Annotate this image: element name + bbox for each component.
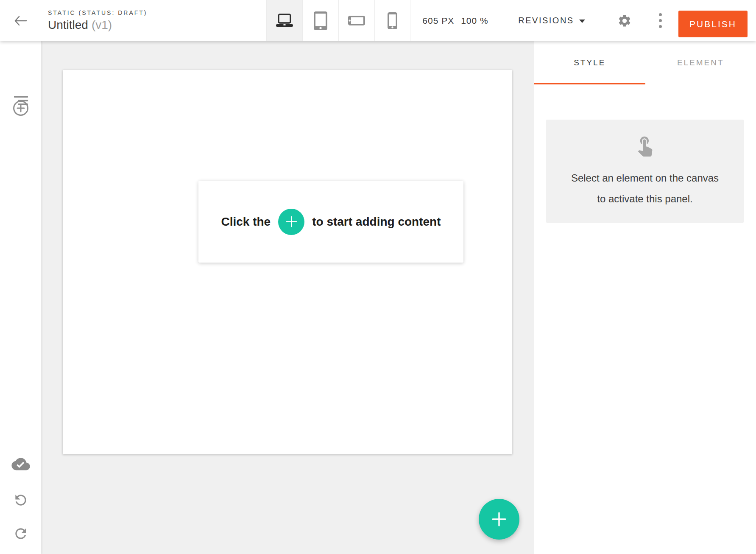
tab-style[interactable]: STYLE [534, 41, 645, 84]
zoom-level-readout: 100 % [461, 16, 488, 26]
document-status-label: STATIC (STATUS: DRAFT) [48, 9, 148, 16]
undo-icon [13, 492, 29, 508]
canvas-readouts: 605 PX 100 % [411, 0, 499, 41]
touch-hand-icon [633, 134, 656, 157]
empty-state-line1: Select an element on the canvas [571, 168, 719, 188]
tablet-icon [314, 11, 327, 30]
autosave-indicator [0, 456, 42, 472]
undo-button[interactable] [0, 492, 42, 508]
outline-list-icon [14, 96, 28, 105]
workspace: Click the to start adding content [42, 41, 534, 554]
document-title[interactable]: Untitled(v1) [48, 18, 148, 32]
gear-icon [617, 14, 632, 28]
plus-icon [491, 511, 507, 527]
device-button-phone-portrait[interactable] [374, 0, 410, 41]
device-preview-group [266, 0, 410, 41]
overflow-menu-button[interactable] [647, 0, 674, 41]
hint-text-suffix: to start adding content [312, 215, 441, 229]
device-button-desktop[interactable] [266, 0, 302, 41]
empty-state-text: Select an element on the canvas to activ… [571, 168, 719, 209]
caret-down-icon [579, 20, 585, 23]
laptop-icon [274, 14, 295, 28]
kebab-menu-icon [659, 13, 662, 28]
panel-empty-state: Select an element on the canvas to activ… [546, 120, 744, 223]
hint-add-button[interactable] [278, 209, 304, 235]
phone-portrait-icon [388, 12, 397, 29]
redo-button[interactable] [0, 526, 42, 542]
page-outline-button[interactable] [0, 96, 42, 105]
cloud-check-icon [11, 456, 30, 472]
publish-button[interactable]: PUBLISH [678, 11, 748, 37]
document-version: (v1) [92, 18, 112, 31]
editor-top-bar: STATIC (STATUS: DRAFT) Untitled(v1) [0, 0, 756, 41]
back-button[interactable] [0, 0, 41, 41]
phone-landscape-icon [348, 16, 365, 25]
back-arrow-icon [14, 15, 27, 26]
panel-tabbar: STYLE ELEMENT [534, 41, 756, 84]
tab-element[interactable]: ELEMENT [645, 41, 756, 84]
page-width-readout: 605 PX [422, 16, 454, 26]
document-meta: STATIC (STATUS: DRAFT) Untitled(v1) [48, 0, 148, 41]
hint-text-prefix: Click the [221, 215, 271, 229]
plus-icon [286, 216, 297, 227]
settings-button[interactable] [611, 0, 638, 41]
document-title-text: Untitled [48, 18, 88, 31]
device-button-phone-landscape[interactable] [338, 0, 374, 41]
empty-hint-card: Click the to start adding content [198, 181, 463, 263]
revisions-dropdown[interactable]: REVISIONS [499, 0, 604, 41]
add-content-fab[interactable] [479, 499, 519, 540]
revisions-label: REVISIONS [518, 16, 574, 25]
redo-icon [13, 526, 29, 542]
device-button-tablet[interactable] [302, 0, 338, 41]
empty-state-line2: to activate this panel. [571, 188, 719, 209]
style-panel: STYLE ELEMENT Select an element on the c… [534, 41, 756, 554]
left-toolbar [0, 41, 42, 554]
